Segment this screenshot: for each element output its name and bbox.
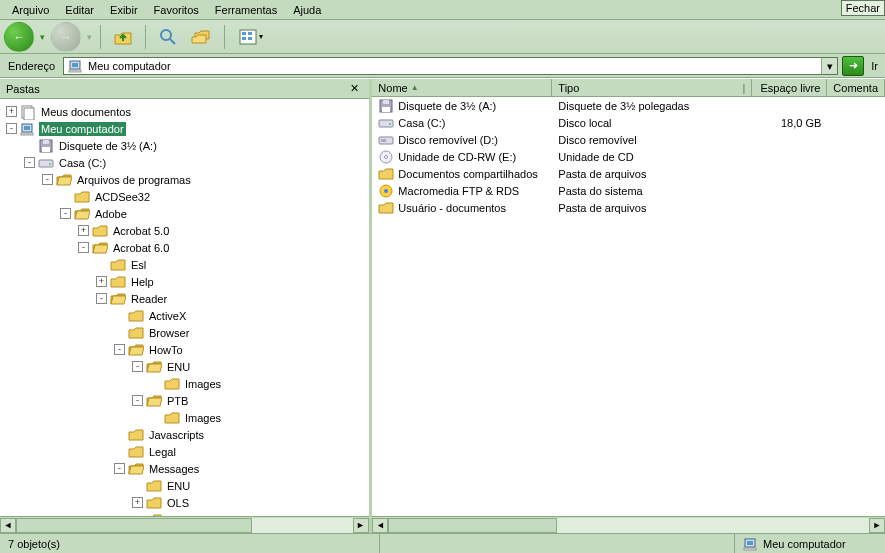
floppy-icon — [38, 138, 54, 154]
tree-item[interactable]: -Adobe — [0, 205, 369, 222]
cell-tipo: Unidade de CD — [552, 151, 752, 163]
list-row[interactable]: Macromedia FTP & RDSPasta do sistema — [372, 182, 885, 199]
folder-open-icon — [146, 359, 162, 375]
col-tipo[interactable]: Tipo| — [552, 79, 752, 96]
menu-favoritos[interactable]: Favoritos — [146, 2, 207, 18]
address-input[interactable]: Meu computador ▾ — [63, 57, 838, 75]
list-row[interactable]: Disquete de 3½ (A:)Disquete de 3½ polega… — [372, 97, 885, 114]
collapse-icon[interactable]: - — [6, 123, 17, 134]
expand-icon[interactable]: + — [132, 497, 143, 508]
folder-open-icon — [74, 206, 90, 222]
list-row[interactable]: Casa (C:)Disco local18,0 GB — [372, 114, 885, 131]
tree-item-label: Esl — [129, 258, 148, 272]
svg-rect-33 — [744, 548, 756, 550]
tree-item[interactable]: Images — [0, 409, 369, 426]
tree-item[interactable]: Disquete de 3½ (A:) — [0, 137, 369, 154]
tree-item[interactable]: Esl — [0, 256, 369, 273]
folder-icon — [92, 223, 108, 239]
collapse-icon[interactable]: - — [132, 395, 143, 406]
tree-item[interactable]: -Messages — [0, 460, 369, 477]
forward-button[interactable]: → — [51, 22, 81, 52]
close-pane-button[interactable]: ✕ — [347, 81, 363, 97]
tree-item[interactable]: Browser — [0, 324, 369, 341]
tree-item[interactable]: ENU — [0, 477, 369, 494]
tree-item[interactable]: -Acrobat 6.0 — [0, 239, 369, 256]
svg-line-1 — [170, 39, 175, 44]
folders-button[interactable] — [188, 23, 216, 51]
cell-tipo: Pasta de arquivos — [552, 168, 752, 180]
list-row[interactable]: Unidade de CD-RW (E:)Unidade de CD — [372, 148, 885, 165]
tree-item-label: ACDSee32 — [93, 190, 152, 204]
collapse-icon[interactable]: - — [78, 242, 89, 253]
col-comentarios[interactable]: Comenta — [827, 79, 885, 96]
tree-item-label: Casa (C:) — [57, 156, 108, 170]
menu-exibir[interactable]: Exibir — [102, 2, 146, 18]
tree-item[interactable]: ActiveX — [0, 307, 369, 324]
menu-editar[interactable]: Editar — [57, 2, 102, 18]
twisty-blank — [114, 310, 125, 321]
list-row[interactable]: Documentos compartilhadosPasta de arquiv… — [372, 165, 885, 182]
tree-item[interactable]: -Arquivos de programas — [0, 171, 369, 188]
col-nome[interactable]: Nome▲ — [372, 79, 552, 96]
back-dropdown-icon[interactable]: ▾ — [40, 32, 45, 42]
tree-item[interactable]: Images — [0, 375, 369, 392]
cell-name: Documentos compartilhados — [398, 168, 537, 180]
collapse-icon[interactable]: - — [96, 293, 107, 304]
go-arrow-icon: ➜ — [849, 59, 858, 72]
menu-ajuda[interactable]: Ajuda — [285, 2, 329, 18]
scroll-left-icon[interactable]: ◄ — [0, 518, 16, 533]
menu-arquivo[interactable]: Arquivo — [4, 2, 57, 18]
fechar-button[interactable]: Fechar — [841, 0, 885, 16]
scroll-left-icon[interactable]: ◄ — [372, 518, 388, 533]
tree-item[interactable]: -Reader — [0, 290, 369, 307]
collapse-icon[interactable]: - — [60, 208, 71, 219]
tree-item[interactable]: Legal — [0, 443, 369, 460]
folder-tree[interactable]: +Meus documentos-Meu computadorDisquete … — [0, 99, 369, 516]
svg-rect-5 — [248, 32, 252, 35]
list-row[interactable]: Usuário - documentosPasta de arquivos — [372, 199, 885, 216]
scroll-right-icon[interactable]: ► — [869, 518, 885, 533]
list-row[interactable]: Disco removível (D:)Disco removível — [372, 131, 885, 148]
tree-item[interactable]: -ENU — [0, 358, 369, 375]
tree-item[interactable]: -HowTo — [0, 341, 369, 358]
tree-item[interactable]: Javascripts — [0, 426, 369, 443]
expand-icon[interactable]: + — [6, 106, 17, 117]
collapse-icon[interactable]: - — [114, 463, 125, 474]
tree-item[interactable]: +OLS — [0, 494, 369, 511]
views-button[interactable]: ▾ — [233, 23, 269, 51]
chevron-down-icon: ▾ — [259, 32, 263, 41]
search-button[interactable] — [154, 23, 182, 51]
go-button[interactable]: ➜ — [842, 56, 864, 76]
svg-rect-3 — [242, 32, 246, 35]
file-list[interactable]: Disquete de 3½ (A:)Disquete de 3½ polega… — [372, 97, 885, 516]
tree-item[interactable]: +Help — [0, 273, 369, 290]
forward-dropdown-icon[interactable]: ▾ — [87, 32, 92, 42]
tree-item[interactable]: -Meu computador — [0, 120, 369, 137]
col-espaco[interactable]: Espaço livre — [752, 79, 827, 96]
collapse-icon[interactable]: - — [42, 174, 53, 185]
collapse-icon[interactable]: - — [132, 361, 143, 372]
folder-open-icon — [92, 240, 108, 256]
docs-icon — [20, 104, 36, 120]
tree-item[interactable]: +Acrobat 5.0 — [0, 222, 369, 239]
cell-name: Disco removível (D:) — [398, 134, 498, 146]
tree-hscrollbar[interactable]: ◄ ► — [0, 516, 369, 533]
address-dropdown[interactable]: ▾ — [821, 58, 837, 74]
expand-icon[interactable]: + — [78, 225, 89, 236]
tree-item[interactable]: -Casa (C:) — [0, 154, 369, 171]
up-button[interactable] — [109, 23, 137, 51]
expand-icon[interactable]: + — [96, 276, 107, 287]
collapse-icon[interactable]: - — [24, 157, 35, 168]
list-hscrollbar[interactable]: ◄ ► — [372, 516, 885, 533]
tree-item[interactable]: ACDSee32 — [0, 188, 369, 205]
scroll-right-icon[interactable]: ► — [353, 518, 369, 533]
folders-pane: Pastas ✕ +Meus documentos-Meu computador… — [0, 79, 369, 533]
tree-item[interactable]: -PTB — [0, 392, 369, 409]
menu-ferramentas[interactable]: Ferramentas — [207, 2, 285, 18]
collapse-icon[interactable]: - — [114, 344, 125, 355]
go-label: Ir — [868, 60, 881, 72]
back-button[interactable]: ← — [4, 22, 34, 52]
tree-item-label: Help — [129, 275, 156, 289]
views-icon — [239, 29, 257, 45]
tree-item[interactable]: +Meus documentos — [0, 103, 369, 120]
